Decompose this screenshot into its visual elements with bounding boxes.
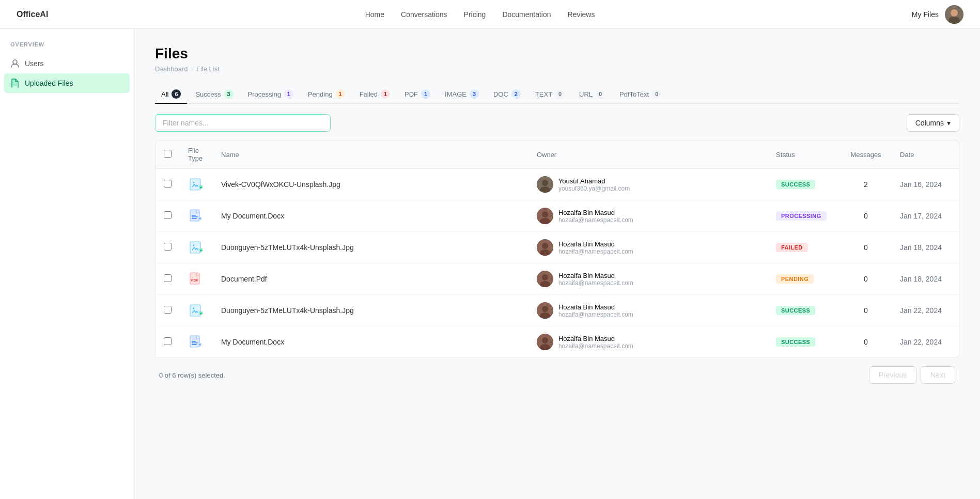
tab-image[interactable]: IMAGE3 — [439, 85, 485, 104]
table-footer: 0 of 6 row(s) selected. Previous Next — [155, 358, 959, 386]
svg-rect-5 — [190, 179, 200, 190]
user-icon — [10, 59, 20, 68]
row-status-2: FAILED — [768, 232, 840, 263]
status-badge-1: PROCESSING — [776, 211, 827, 221]
tab-pending[interactable]: Pending1 — [302, 85, 351, 104]
tab-label-success: Success — [195, 90, 221, 98]
tab-badge-success: 3 — [224, 89, 234, 99]
my-files-label[interactable]: My Files — [912, 10, 939, 19]
row-checkbox-1[interactable] — [164, 211, 172, 219]
rows-selected-label: 0 of 6 row(s) selected. — [159, 371, 225, 379]
row-checkbox-0[interactable] — [164, 180, 172, 188]
nav-conversations[interactable]: Conversations — [401, 10, 447, 19]
filter-input[interactable] — [155, 114, 331, 132]
tab-label-processing: Processing — [248, 90, 281, 98]
row-name-4: Duonguyen-5zTMeLUTx4k-Unsplash.Jpg — [213, 295, 528, 326]
row-checkbox-4[interactable] — [164, 306, 172, 314]
columns-label: Columns — [915, 119, 944, 127]
table-row: My Document.Docx Hozaifa Bin Masud hozai… — [155, 326, 959, 358]
previous-button[interactable]: Previous — [869, 366, 916, 384]
breadcrumb-file-list: File List — [196, 65, 220, 73]
tab-badge-all: 6 — [172, 89, 181, 99]
tab-success[interactable]: Success3 — [189, 85, 239, 104]
files-table-container: File Type Name Owner Status Messages Dat… — [155, 140, 959, 358]
avatar[interactable] — [945, 5, 963, 24]
tab-failed[interactable]: Failed1 — [353, 85, 396, 104]
tab-label-image: IMAGE — [445, 90, 466, 98]
svg-rect-14 — [192, 218, 197, 219]
tab-badge-image: 3 — [470, 89, 479, 99]
nav-reviews[interactable]: Reviews — [568, 10, 595, 19]
tab-all[interactable]: All6 — [155, 85, 187, 104]
tab-label-text: TEXT — [535, 90, 552, 98]
table-header-row: File Type Name Owner Status Messages Dat… — [155, 141, 959, 169]
file-type-icon-2 — [188, 239, 205, 256]
owner-email-2: hozaifa@namespaceit.com — [558, 248, 633, 255]
next-button[interactable]: Next — [921, 366, 955, 384]
row-checkbox-5[interactable] — [164, 337, 172, 345]
topnav: OfficeAI Home Conversations Pricing Docu… — [0, 0, 980, 29]
col-header-status: Status — [768, 141, 840, 169]
topnav-right: My Files — [912, 5, 963, 24]
tab-processing[interactable]: Processing1 — [242, 85, 300, 104]
row-owner-5: Hozaifa Bin Masud hozaifa@namespaceit.co… — [528, 326, 768, 358]
sidebar-uploaded-files-label: Uploaded Files — [25, 79, 73, 87]
tab-badge-pending: 1 — [336, 89, 345, 99]
tab-badge-failed: 1 — [381, 89, 390, 99]
row-filetype-1 — [180, 200, 213, 232]
files-table: File Type Name Owner Status Messages Dat… — [155, 141, 959, 357]
svg-point-20 — [193, 245, 195, 246]
col-header-filetype: File Type — [180, 141, 213, 169]
sidebar-item-users[interactable]: Users — [4, 54, 130, 73]
row-status-0: SUCCESS — [768, 169, 840, 200]
tab-url[interactable]: URL0 — [573, 85, 611, 104]
row-status-3: PENDING — [768, 263, 840, 295]
owner-email-3: hozaifa@namespaceit.com — [558, 279, 633, 287]
tab-label-url: URL — [579, 90, 593, 98]
svg-rect-30 — [190, 305, 200, 316]
owner-name-5: Hozaifa Bin Masud — [558, 335, 633, 342]
tab-doc[interactable]: DOC2 — [487, 85, 527, 104]
owner-avatar-2 — [537, 239, 553, 256]
file-type-icon-1 — [188, 208, 205, 224]
row-checkbox-2[interactable] — [164, 243, 172, 251]
row-owner-1: Hozaifa Bin Masud hozaifa@namespaceit.co… — [528, 200, 768, 232]
row-status-5: SUCCESS — [768, 326, 840, 358]
row-owner-4: Hozaifa Bin Masud hozaifa@namespaceit.co… — [528, 295, 768, 326]
row-filetype-5 — [180, 326, 213, 358]
breadcrumb-separator: › — [191, 65, 193, 73]
tab-pdftotxt[interactable]: PdfToText0 — [613, 85, 667, 104]
table-row: Vivek-CV0QfWxOKCU-Unsplash.Jpg Yousuf Ah… — [155, 169, 959, 200]
tab-badge-pdf: 1 — [421, 89, 430, 99]
row-date-2: Jan 18, 2024 — [892, 232, 959, 263]
columns-button[interactable]: Columns ▾ — [907, 114, 959, 132]
pagination: Previous Next — [869, 366, 955, 384]
tab-pdf[interactable]: PDF1 — [398, 85, 437, 104]
sidebar-item-uploaded-files[interactable]: Uploaded Files — [4, 73, 130, 93]
svg-rect-19 — [190, 242, 200, 253]
breadcrumb: Dashboard › File List — [155, 65, 959, 73]
table-row: PDF Document.Pdf Hozaifa Bin Masud h — [155, 263, 959, 295]
owner-email-4: hozaifa@namespaceit.com — [558, 311, 633, 318]
status-badge-0: SUCCESS — [776, 180, 815, 189]
svg-point-3 — [13, 60, 17, 64]
select-all-checkbox[interactable] — [164, 150, 172, 158]
tabs: All6Success3Processing1Pending1Failed1PD… — [155, 85, 959, 104]
row-owner-0: Yousuf Ahamad yousuf360.ya@gmail.com — [528, 169, 768, 200]
tab-text[interactable]: TEXT0 — [529, 85, 571, 104]
file-type-icon-5 — [188, 334, 205, 350]
layout: OVERVIEW Users Uploaded Files Fil — [0, 29, 980, 499]
nav-pricing[interactable]: Pricing — [464, 10, 486, 19]
svg-point-28 — [542, 274, 548, 280]
app-logo: OfficeAI — [17, 10, 48, 19]
status-badge-5: SUCCESS — [776, 337, 815, 347]
row-checkbox-cell-2 — [155, 232, 180, 263]
svg-rect-37 — [192, 341, 196, 342]
sidebar: OVERVIEW Users Uploaded Files — [0, 29, 134, 499]
svg-point-9 — [542, 180, 548, 186]
nav-home[interactable]: Home — [365, 10, 384, 19]
row-filetype-4 — [180, 295, 213, 326]
row-checkbox-3[interactable] — [164, 274, 172, 282]
breadcrumb-dashboard[interactable]: Dashboard — [155, 65, 188, 73]
nav-documentation[interactable]: Documentation — [502, 10, 551, 19]
